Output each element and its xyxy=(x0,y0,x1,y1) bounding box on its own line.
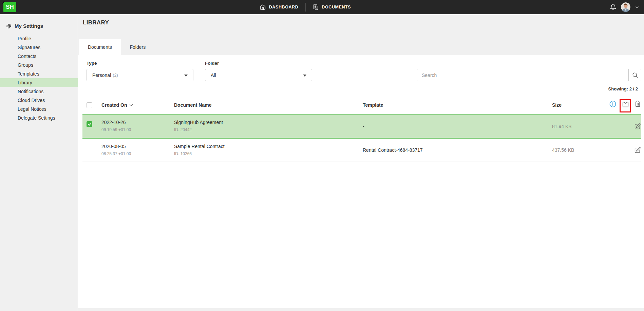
nav-dashboard-label: DASHBOARD xyxy=(269,5,299,9)
column-header-created-on[interactable]: Created On xyxy=(101,102,133,108)
table-actions xyxy=(609,96,641,112)
logo-sprout-icon xyxy=(2,1,6,5)
avatar[interactable] xyxy=(621,2,630,12)
caret-down-icon xyxy=(303,75,306,77)
sidebar-item-signatures[interactable]: Signatures xyxy=(0,43,78,52)
sidebar-item-legal-notices[interactable]: Legal Notices xyxy=(0,105,78,113)
tabs: Documents Folders xyxy=(79,39,155,55)
sidebar-nav: Profile Signatures Contacts Groups Templ… xyxy=(0,34,78,122)
sidebar-item-library[interactable]: Library xyxy=(0,78,78,87)
folder-filter: Folder All xyxy=(205,61,312,81)
topbar: SH DASHBOARD DOCUMENTS xyxy=(0,0,644,14)
edit-document-button[interactable] xyxy=(634,123,641,130)
nav-documents-label: DOCUMENTS xyxy=(322,5,351,9)
tab-documents[interactable]: Documents xyxy=(79,39,121,55)
cell-created-on: 2022-10-26 09:19:59 +01:00 xyxy=(101,119,131,133)
row-checkbox-checked[interactable] xyxy=(87,121,92,127)
logo-text: SH xyxy=(6,4,14,11)
sidebar-item-notifications[interactable]: Notifications xyxy=(0,87,78,96)
type-dropdown[interactable]: Personal (2) xyxy=(87,69,193,81)
folder-dropdown[interactable]: All xyxy=(205,69,312,81)
search-input[interactable] xyxy=(417,69,628,81)
cell-created-on: 2020-08-05 08:25:37 +01:00 xyxy=(101,143,131,157)
table-row[interactable]: 2022-10-26 09:19:59 +01:00 SigningHub Ag… xyxy=(82,114,641,139)
folder-filter-label: Folder xyxy=(205,61,312,66)
sidebar: My Settings Profile Signatures Contacts … xyxy=(0,14,78,311)
sidebar-title: My Settings xyxy=(0,14,78,29)
notifications-bell-icon[interactable] xyxy=(610,4,617,11)
add-document-button[interactable] xyxy=(609,100,617,108)
type-dropdown-count: (2) xyxy=(113,73,118,78)
row-date: 2020-08-05 xyxy=(101,143,131,150)
cell-size: 81.94 KB xyxy=(552,123,572,130)
search-button[interactable] xyxy=(628,69,641,81)
row-template: Rental Contract-4684-83717 xyxy=(363,147,423,153)
row-document-id: ID: 20442 xyxy=(174,127,223,133)
documents-table: Created On Document Name Template Size xyxy=(82,96,641,162)
row-date: 2022-10-26 xyxy=(101,119,131,126)
sidebar-item-templates[interactable]: Templates xyxy=(0,69,78,78)
highlight-box xyxy=(620,99,631,112)
cell-template: - xyxy=(363,123,364,130)
chevron-down-icon[interactable] xyxy=(635,5,639,9)
home-icon xyxy=(260,4,266,10)
row-template: - xyxy=(363,123,364,130)
sidebar-item-profile[interactable]: Profile xyxy=(0,34,78,43)
gear-icon xyxy=(6,23,12,29)
column-header-template[interactable]: Template xyxy=(363,102,383,108)
nav-documents[interactable]: DOCUMENTS xyxy=(312,4,351,11)
nav-dashboard[interactable]: DASHBOARD xyxy=(260,4,299,10)
library-content: Type Personal (2) Folder All xyxy=(78,55,644,308)
type-filter-label: Type xyxy=(87,61,193,66)
row-document-id: ID: 10266 xyxy=(174,151,225,157)
table-row[interactable]: 2020-08-05 08:25:37 +01:00 Sample Rental… xyxy=(82,139,641,162)
column-header-document-name[interactable]: Document Name xyxy=(174,102,211,108)
search-icon xyxy=(632,72,638,78)
row-size: 81.94 KB xyxy=(552,123,572,130)
inbox-tray-icon xyxy=(622,101,629,108)
top-navigation: DASHBOARD DOCUMENTS xyxy=(260,0,351,14)
page-title: LIBRARY xyxy=(83,19,109,26)
row-time: 09:19:59 +01:00 xyxy=(101,127,131,133)
row-document-name: SigningHub Agreement xyxy=(174,119,223,126)
plus-circle-icon xyxy=(609,100,617,108)
column-header-size[interactable]: Size xyxy=(552,102,562,108)
sidebar-item-groups[interactable]: Groups xyxy=(0,61,78,69)
select-all-checkbox[interactable] xyxy=(87,102,92,108)
archive-document-button[interactable] xyxy=(622,101,629,111)
search-box xyxy=(417,69,641,81)
edit-document-button[interactable] xyxy=(634,147,641,153)
caret-down-icon xyxy=(184,75,188,77)
row-size: 437.56 KB xyxy=(552,147,574,153)
edit-icon xyxy=(634,147,641,153)
tab-folders[interactable]: Folders xyxy=(121,39,155,55)
avatar-image xyxy=(621,2,630,12)
edit-icon xyxy=(634,123,641,130)
cell-document-name: SigningHub Agreement ID: 20442 xyxy=(174,119,223,133)
cell-template: Rental Contract-4684-83717 xyxy=(363,147,423,153)
delete-document-button[interactable] xyxy=(634,100,641,107)
topbar-right xyxy=(610,0,639,14)
type-filter: Type Personal (2) xyxy=(87,61,193,81)
documents-icon xyxy=(312,4,319,11)
row-time: 08:25:37 +01:00 xyxy=(101,151,131,157)
sidebar-title-label: My Settings xyxy=(15,23,43,29)
cell-size: 437.56 KB xyxy=(552,147,574,153)
main-area: LIBRARY Documents Folders Type Personal … xyxy=(78,14,644,311)
nav-divider xyxy=(305,3,305,12)
app-logo[interactable]: SH xyxy=(3,2,16,12)
sidebar-item-cloud-drives[interactable]: Cloud Drives xyxy=(0,96,78,105)
row-document-name: Sample Rental Contract xyxy=(174,143,225,150)
checkmark-icon xyxy=(88,122,92,126)
type-dropdown-value: Personal xyxy=(92,72,111,78)
showing-count: Showing: 2 / 2 xyxy=(608,86,638,91)
trash-icon xyxy=(634,100,641,107)
cell-document-name: Sample Rental Contract ID: 10266 xyxy=(174,143,225,157)
sidebar-item-contacts[interactable]: Contacts xyxy=(0,52,78,61)
table-header-row: Created On Document Name Template Size xyxy=(82,96,641,114)
sidebar-item-delegate-settings[interactable]: Delegate Settings xyxy=(0,113,78,122)
sort-chevron-icon xyxy=(129,103,133,107)
folder-dropdown-value: All xyxy=(211,72,216,78)
